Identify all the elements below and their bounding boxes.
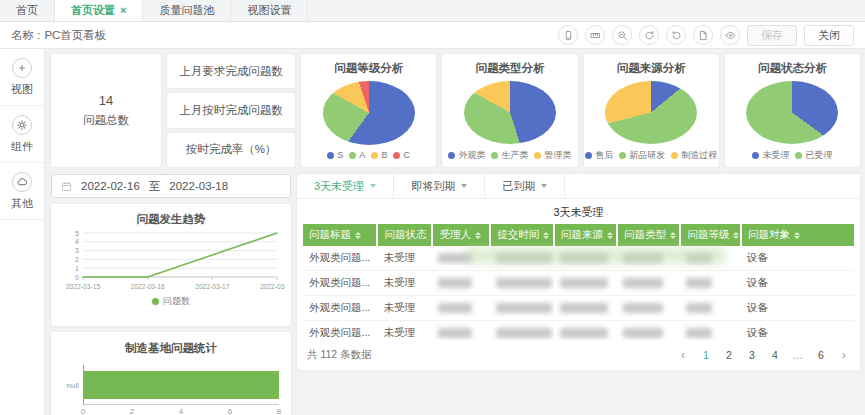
column-header-提交时间[interactable]: 提交时间 <box>490 224 553 246</box>
table-cell <box>680 271 741 296</box>
legend-dot <box>619 152 626 159</box>
undo-button[interactable] <box>666 25 686 45</box>
table-tab-3天未受理[interactable]: 3天未受理 <box>297 174 394 198</box>
close-button[interactable]: 关闭 <box>804 25 854 46</box>
redacted-cell <box>623 278 663 288</box>
legend-label: S <box>337 150 343 160</box>
top-tab-首页设置[interactable]: 首页设置× <box>55 0 143 21</box>
bar-x-tick: 0 <box>81 407 85 415</box>
pagination-page-3[interactable]: 3 <box>746 349 758 361</box>
column-header-问题来源[interactable]: 问题来源 <box>554 224 617 246</box>
bar-chart-plot: null <box>57 365 279 405</box>
legend-label: 已受理 <box>805 149 832 162</box>
table-cell: 设备 <box>741 271 854 296</box>
svg-text:2022-03-18: 2022-03-18 <box>260 283 285 290</box>
refresh-icon <box>644 30 655 41</box>
sort-icon[interactable] <box>794 232 800 239</box>
table-title: 3天未受理 <box>297 199 860 224</box>
refresh-button[interactable] <box>639 25 659 45</box>
pagination-prev[interactable]: ‹ <box>677 349 689 361</box>
table-cell <box>490 296 553 321</box>
zoom-button[interactable] <box>612 25 632 45</box>
sort-icon[interactable] <box>355 232 361 239</box>
component-icon-circle <box>12 115 32 135</box>
sort-icon[interactable] <box>607 232 613 239</box>
legend-label: A <box>359 150 365 160</box>
save-button[interactable]: 保存 <box>747 25 797 46</box>
legend-dot <box>327 152 334 159</box>
column-header-问题对象[interactable]: 问题对象 <box>741 224 854 246</box>
svg-text:2022-03-17: 2022-03-17 <box>195 283 229 290</box>
chevron-down-icon <box>541 184 547 188</box>
legend-label: 制造过程 <box>681 149 717 162</box>
pagination-ellipsis[interactable]: … <box>792 349 804 361</box>
ruler-button[interactable] <box>585 25 605 45</box>
redacted-cell <box>496 328 552 338</box>
trend-legend-dot <box>152 298 159 305</box>
component-icon <box>17 120 27 130</box>
table-tab-bar: 3天未受理即将到期已到期 <box>297 174 860 199</box>
toolbar-icon-group <box>558 25 740 45</box>
column-header-问题标题[interactable]: 问题标题 <box>303 224 377 246</box>
table-cell <box>617 321 680 341</box>
pagination-page-2[interactable]: 2 <box>723 349 735 361</box>
chevron-down-icon <box>461 184 467 188</box>
svg-text:3: 3 <box>75 247 79 254</box>
pagination-page-4[interactable]: 4 <box>769 349 781 361</box>
legend-item: 售后 <box>585 149 613 162</box>
table-cell <box>617 246 680 271</box>
column-header-label: 问题来源 <box>561 228 603 242</box>
pagination-page-1[interactable]: 1 <box>700 349 712 361</box>
export-button[interactable] <box>693 25 713 45</box>
sort-icon[interactable] <box>733 232 739 239</box>
view-icon-circle <box>12 58 32 78</box>
charts-and-table-row: 2022-02-16 至 2022-03-18 问题发生趋势 012345202… <box>51 174 860 415</box>
rail-item-其他[interactable]: 其他 <box>0 163 44 220</box>
pie-title: 问题类型分析 <box>475 61 544 76</box>
mobile-button[interactable] <box>558 25 578 45</box>
rail-item-组件[interactable]: 组件 <box>0 106 44 163</box>
table-cell <box>680 296 741 321</box>
column-header-问题类型[interactable]: 问题类型 <box>617 224 680 246</box>
redacted-cell <box>560 303 608 313</box>
table-row: 外观类问题...未受理设备 <box>303 246 854 271</box>
eye-button[interactable] <box>720 25 740 45</box>
view-icon <box>17 63 27 73</box>
pie-title: 问题状态分析 <box>758 61 827 76</box>
stat-card-label: 上月按时完成问题数 <box>179 103 283 118</box>
date-range-picker[interactable]: 2022-02-16 至 2022-03-18 <box>51 174 291 198</box>
table-cell <box>554 321 617 341</box>
tab-close-icon[interactable]: × <box>120 5 126 16</box>
stat-card-label: 上月要求完成问题数 <box>179 64 283 79</box>
redacted-cell <box>686 278 712 288</box>
table-tab-已到期[interactable]: 已到期 <box>485 174 565 198</box>
pagination-next[interactable]: › <box>838 349 850 361</box>
legend-item: 管理类 <box>534 149 571 162</box>
sort-icon[interactable] <box>475 232 481 239</box>
pie-chart <box>746 81 838 144</box>
trend-chart-title: 问题发生趋势 <box>137 212 206 227</box>
bar-rect <box>84 371 279 399</box>
top-tab-质量问题池[interactable]: 质量问题池 <box>143 0 231 21</box>
redacted-cell <box>496 303 552 313</box>
column-header-受理人[interactable]: 受理人 <box>432 224 490 246</box>
table-cell: 未受理 <box>377 246 432 271</box>
column-header-问题状态[interactable]: 问题状态 <box>377 224 432 246</box>
pie-card-问题来源分析: 问题来源分析售后新品研发制造过程 <box>584 54 719 167</box>
table-tab-即将到期[interactable]: 即将到期 <box>394 174 485 198</box>
top-tab-首页[interactable]: 首页 <box>0 0 55 21</box>
zoom-icon <box>617 30 628 41</box>
column-header-问题等级[interactable]: 问题等级 <box>680 224 741 246</box>
bar-category-label: null <box>57 381 83 390</box>
rail-item-视图[interactable]: 视图 <box>0 49 44 106</box>
pie-chart <box>323 81 415 145</box>
sort-icon[interactable] <box>543 232 549 239</box>
top-tab-视图设置[interactable]: 视图设置 <box>231 0 308 21</box>
redacted-cell <box>686 303 712 313</box>
mobile-icon <box>563 30 574 41</box>
left-rail: 视图组件其他 <box>0 49 45 415</box>
sort-icon[interactable] <box>670 232 676 239</box>
pagination-page-6[interactable]: 6 <box>815 349 827 361</box>
column-header-inner: 问题标题 <box>309 228 370 242</box>
table-cell: 未受理 <box>377 321 432 341</box>
